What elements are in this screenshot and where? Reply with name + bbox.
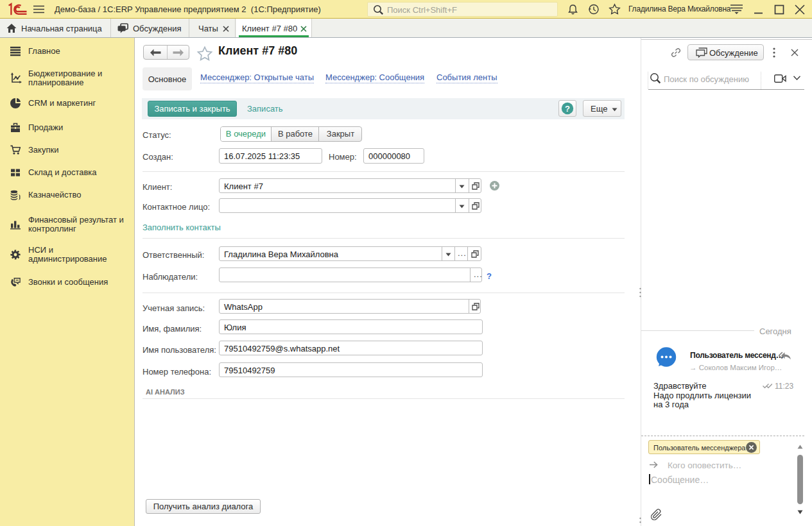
svg-text:?: ? [565,104,570,114]
